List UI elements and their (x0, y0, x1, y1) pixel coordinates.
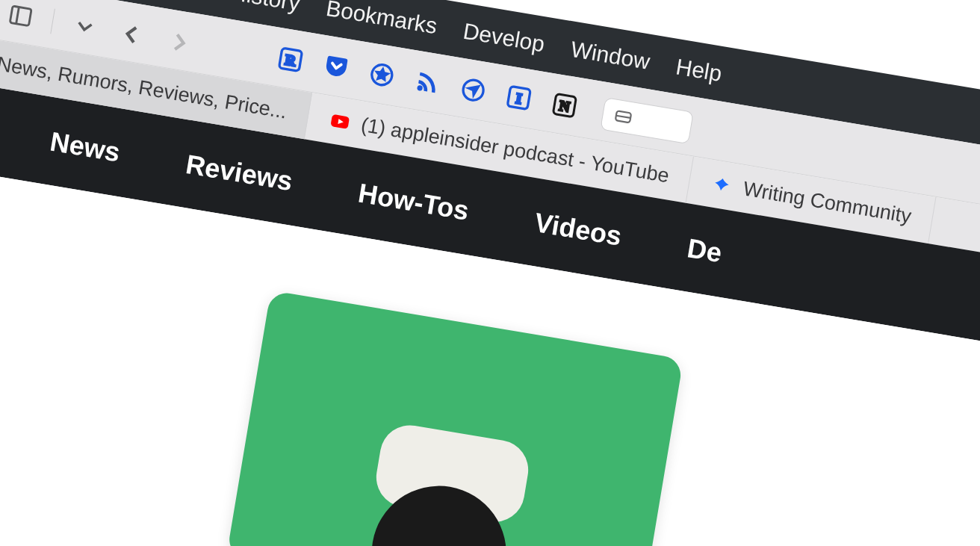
sidebar-toggle-icon[interactable] (6, 1, 35, 31)
bluesky-favicon-icon (709, 173, 735, 199)
r-reader-icon[interactable]: R (275, 44, 306, 78)
pocket-icon[interactable] (320, 52, 352, 85)
svg-line-12 (616, 116, 630, 118)
rss-icon[interactable] (412, 67, 443, 101)
chevron-down-icon[interactable] (70, 12, 99, 41)
instapaper-icon[interactable]: I (503, 82, 534, 116)
menubar-item-develop[interactable]: Develop (462, 18, 547, 57)
nav-reviews[interactable]: Reviews (184, 148, 295, 196)
toolbar-divider (50, 9, 55, 34)
svg-point-5 (417, 85, 423, 91)
menubar-item-bookmarks[interactable]: Bookmarks (324, 0, 439, 39)
back-button[interactable] (114, 17, 149, 52)
svg-text:R: R (284, 52, 297, 69)
nav-howtos[interactable]: How-Tos (356, 177, 471, 226)
svg-text:N: N (558, 98, 571, 115)
captain-icon[interactable] (366, 59, 397, 93)
svg-line-1 (16, 7, 19, 23)
nav-news[interactable]: News (48, 125, 122, 168)
location-icon[interactable] (457, 75, 489, 108)
hero-card[interactable] (226, 291, 683, 546)
menubar-item-history[interactable]: History (229, 0, 303, 16)
menubar-item-help[interactable]: Help (674, 54, 723, 87)
svg-text:I: I (515, 90, 523, 107)
forward-button[interactable] (163, 25, 197, 60)
nav-videos[interactable]: Videos (533, 207, 624, 252)
svg-rect-0 (10, 6, 31, 26)
youtube-favicon-icon (327, 108, 353, 134)
address-bar[interactable] (600, 97, 694, 144)
notion-icon[interactable]: N (549, 90, 580, 123)
nav-deals-partial[interactable]: De (685, 232, 724, 269)
menubar-item-window[interactable]: Window (569, 36, 652, 74)
